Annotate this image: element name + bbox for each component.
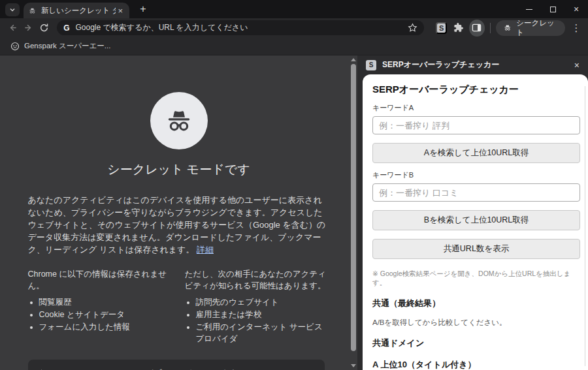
- scrollbar-up-arrow[interactable]: [351, 58, 356, 61]
- tab-search-button[interactable]: [5, 3, 20, 16]
- forward-icon: [24, 23, 33, 33]
- reload-icon: [39, 23, 49, 33]
- main-scrollbar[interactable]: [350, 55, 357, 370]
- incognito-description-text: あなたのアクティビティはこのデバイスを使用する他のユーザーに表示されないため、プ…: [28, 195, 326, 254]
- list-item: フォームに入力した情報: [39, 321, 173, 333]
- info-columns: Chrome に以下の情報は保存されません。 閲覧履歴 Cookie とサイトデ…: [28, 268, 330, 345]
- keyword-a-label: キーワードA: [372, 103, 580, 113]
- back-icon: [8, 23, 18, 33]
- bookmark-genspark[interactable]: Genspark スーパーエー...: [7, 40, 114, 52]
- address-bar[interactable]: G Google で検索するか、URL を入力してください: [57, 20, 424, 35]
- visible-to-list: 訪問先のウェブサイト 雇用主または学校 ご利用のインターネット サービス プロバ…: [185, 296, 330, 345]
- scrollbar-down-arrow[interactable]: [351, 364, 356, 367]
- window-close-button[interactable]: ×: [564, 0, 588, 18]
- common-final-note: A/Bを取得してから比較してください。: [372, 318, 580, 328]
- keyword-b-label: キーワードB: [372, 170, 580, 180]
- reload-button[interactable]: [36, 20, 52, 37]
- active-tab[interactable]: 新しいシークレット タブ ×: [24, 3, 129, 18]
- browser-menu-button[interactable]: ⋮: [570, 22, 583, 34]
- learn-more-link[interactable]: 詳細: [197, 245, 214, 254]
- incognito-new-tab-page: シークレット モードです あなたのアクティビティはこのデバイスを使用する他のユー…: [0, 55, 357, 370]
- side-panel-close-button[interactable]: ×: [574, 60, 580, 70]
- search-a-button[interactable]: Aを検索して上位10URL取得: [372, 143, 580, 163]
- not-saved-title: Chrome に以下の情報は保存されません。: [28, 268, 173, 292]
- side-panel-header: S SERPオーバーラップチェッカー ×: [357, 55, 588, 74]
- incognito-profile-badge[interactable]: シークレット: [496, 20, 565, 36]
- third-party-cookies-card: サードパーティ Cookie がブロックされています シークレット モードでは、…: [28, 360, 325, 370]
- list-item: Cookie とサイトデータ: [39, 309, 173, 320]
- minimize-icon: [526, 9, 532, 10]
- not-saved-column: Chrome に以下の情報は保存されません。 閲覧履歴 Cookie とサイトデ…: [28, 268, 173, 345]
- serp-extension-icon: S: [366, 60, 376, 70]
- visible-to-title: ただし、次の相手にあなたのアクティビティが知られる可能性はあります。: [185, 268, 330, 292]
- bookmark-label: Genspark スーパーエー...: [24, 41, 110, 51]
- content-area: シークレット モードです あなたのアクティビティはこのデバイスを使用する他のユー…: [0, 55, 588, 370]
- side-panel-toggle-button[interactable]: [469, 20, 485, 37]
- list-item: 閲覧履歴: [39, 296, 173, 308]
- google-g-icon: G: [63, 23, 69, 33]
- side-panel-icon: [472, 23, 482, 33]
- puzzle-icon: [453, 22, 464, 33]
- maximize-icon: [550, 7, 556, 12]
- common-url-count-button[interactable]: 共通URL数を表示: [372, 239, 580, 259]
- search-b-button[interactable]: Bを検索して上位10URL取得: [372, 210, 580, 230]
- incognito-badge-label: シークレット: [516, 18, 558, 38]
- list-item: 雇用主または学校: [196, 309, 330, 320]
- toolbar-separator: [490, 23, 491, 33]
- star-icon: [408, 23, 417, 33]
- incognito-icon: [28, 7, 37, 15]
- extensions-puzzle-icon[interactable]: [453, 22, 464, 33]
- bookmarks-bar: Genspark スーパーエー...: [0, 37, 588, 55]
- maximize-button[interactable]: [541, 0, 564, 18]
- side-panel-title: SERPオーバーラップチェッカー: [382, 59, 499, 70]
- panel-scrollbar-track[interactable]: [585, 86, 585, 366]
- scrollbar-thumb[interactable]: [351, 64, 356, 351]
- incognito-logo: [150, 92, 208, 149]
- side-panel: S SERPオーバーラップチェッカー × SERPオーバーラップチェッカー キー…: [357, 55, 588, 370]
- incognito-icon: [163, 105, 195, 136]
- common-final-heading: 共通（最終結果）: [372, 298, 580, 309]
- forward-button[interactable]: [21, 20, 37, 37]
- list-item: ご利用のインターネット サービス プロバイダ: [196, 321, 330, 345]
- common-domain-heading: 共通ドメイン: [372, 337, 580, 349]
- new-tab-button[interactable]: +: [135, 1, 152, 17]
- page-title: シークレット モードです: [28, 161, 330, 178]
- genspark-favicon: [10, 42, 20, 51]
- window-controls: ×: [517, 0, 588, 18]
- tab-title: 新しいシークレット タブ: [41, 6, 116, 16]
- keyword-a-input[interactable]: [372, 116, 580, 134]
- address-bar-text: Google で検索するか、URL を入力してください: [76, 22, 408, 33]
- toolbar: G Google で検索するか、URL を入力してください S シークレット ⋮: [0, 18, 588, 37]
- keyword-b-input[interactable]: [372, 183, 580, 202]
- visible-to-column: ただし、次の相手にあなたのアクティビティが知られる可能性はあります。 訪問先のウ…: [185, 268, 330, 345]
- minimize-button[interactable]: [517, 0, 541, 18]
- tab-strip: 新しいシークレット タブ × + ×: [0, 0, 588, 18]
- serp-checker-panel: SERPオーバーラップチェッカー キーワードA Aを検索して上位10URL取得 …: [363, 74, 588, 370]
- incognito-icon: [503, 23, 512, 33]
- list-item: 訪問先のウェブサイト: [196, 296, 330, 308]
- tab-close-icon[interactable]: ×: [116, 6, 125, 16]
- browser-window: 新しいシークレット タブ × + × G Google で検索するか、URL を…: [0, 0, 588, 370]
- panel-heading: SERPオーバーラップチェッカー: [372, 84, 580, 96]
- back-button[interactable]: [5, 20, 21, 37]
- not-saved-list: 閲覧履歴 Cookie とサイトデータ フォームに入力した情報: [28, 296, 173, 333]
- bookmark-star-button[interactable]: [408, 23, 417, 33]
- a-top10-heading: A 上位10（タイトル付き）: [372, 359, 580, 370]
- incognito-description: あなたのアクティビティはこのデバイスを使用する他のユーザーに表示されないため、プ…: [28, 194, 330, 256]
- panel-note: ※ Google検索結果ページを開き、DOMから上位URLを抽出します。: [372, 270, 580, 288]
- close-icon: ×: [574, 5, 579, 14]
- chevron-down-icon: [9, 7, 16, 13]
- serp-extension-icon[interactable]: S: [436, 22, 447, 34]
